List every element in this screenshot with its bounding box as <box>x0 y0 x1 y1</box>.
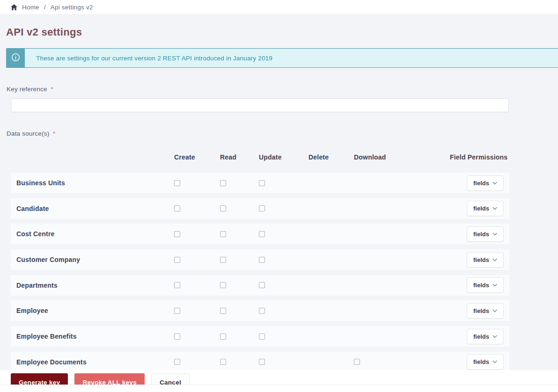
data-source-name: Employee Documents <box>11 358 174 366</box>
update-checkbox[interactable] <box>259 205 265 211</box>
chevron-down-icon <box>492 309 497 312</box>
fields-dropdown-button[interactable]: fields <box>467 252 504 268</box>
read-cell <box>220 282 259 288</box>
update-checkbox[interactable] <box>259 308 265 314</box>
info-banner-text: These are settings for our current versi… <box>25 49 272 67</box>
home-icon[interactable] <box>11 4 17 10</box>
header-download: Download <box>354 153 450 161</box>
permissions-table: Create Read Update Delete Download Field… <box>11 152 509 372</box>
header-update: Update <box>259 153 308 161</box>
create-checkbox[interactable] <box>174 359 180 365</box>
data-source-name: Business Units <box>11 179 174 187</box>
header-delete: Delete <box>308 153 354 161</box>
table-row: Business Units fields <box>11 173 509 193</box>
create-checkbox[interactable] <box>174 231 180 237</box>
key-reference-label: Key reference* <box>7 86 558 93</box>
fields-dropdown-button[interactable]: fields <box>467 354 504 370</box>
update-cell <box>259 334 308 340</box>
update-cell <box>259 231 308 237</box>
fields-dropdown-button[interactable]: fields <box>467 226 504 242</box>
create-cell <box>174 205 220 211</box>
table-row: Candidate fields <box>11 198 509 219</box>
data-source-name: Customer Company <box>11 256 174 263</box>
header-field-permissions: Field Permissions <box>450 153 509 161</box>
update-checkbox[interactable] <box>259 282 265 288</box>
create-checkbox[interactable] <box>174 282 180 288</box>
permissions-table-body: Business Units fields Candidate fi <box>11 173 509 372</box>
fields-dropdown-button[interactable]: fields <box>467 329 504 344</box>
create-cell <box>174 180 220 186</box>
breadcrumb: Home / Api settings v2 <box>0 0 558 14</box>
read-cell <box>220 359 259 365</box>
permissions-table-header: Create Read Update Delete Download Field… <box>11 152 509 162</box>
breadcrumb-current: Api settings v2 <box>51 4 93 11</box>
create-checkbox[interactable] <box>174 180 180 186</box>
read-cell <box>220 257 259 263</box>
fields-button-label: fields <box>473 180 489 187</box>
chevron-down-icon <box>492 258 497 261</box>
read-checkbox[interactable] <box>220 334 226 340</box>
info-banner: These are settings for our current versi… <box>6 48 558 68</box>
create-checkbox[interactable] <box>174 205 180 211</box>
table-row: Employee fields <box>11 300 509 321</box>
read-checkbox[interactable] <box>220 359 226 365</box>
create-checkbox[interactable] <box>174 308 180 314</box>
read-checkbox[interactable] <box>220 180 226 186</box>
header-create: Create <box>174 153 220 161</box>
read-cell <box>220 334 259 340</box>
breadcrumb-home-link[interactable]: Home <box>22 4 39 11</box>
read-checkbox[interactable] <box>220 257 226 263</box>
fields-button-label: fields <box>473 358 489 365</box>
fields-button-label: fields <box>473 256 489 263</box>
fields-dropdown-button[interactable]: fields <box>467 303 504 319</box>
table-row: Cost Centre fields <box>11 224 509 244</box>
read-checkbox[interactable] <box>220 308 226 314</box>
update-checkbox[interactable] <box>259 359 265 365</box>
fields-dropdown-button[interactable]: fields <box>467 277 504 293</box>
data-source-name: Departments <box>11 282 174 289</box>
read-checkbox[interactable] <box>220 231 226 237</box>
update-checkbox[interactable] <box>259 257 265 263</box>
required-marker: * <box>53 131 55 137</box>
update-cell <box>259 359 308 365</box>
create-cell <box>174 282 220 288</box>
chevron-down-icon <box>492 335 497 338</box>
key-reference-input[interactable] <box>11 98 509 112</box>
table-row: Employee Benefits fields <box>11 326 509 347</box>
required-marker: * <box>51 86 53 93</box>
data-source-name: Candidate <box>11 205 174 212</box>
breadcrumb-separator: / <box>44 4 46 11</box>
update-cell <box>259 257 308 263</box>
table-row: Customer Company fields <box>11 249 509 270</box>
info-icon-block <box>6 49 25 67</box>
fields-dropdown-button[interactable]: fields <box>467 201 504 216</box>
chevron-down-icon <box>492 283 497 287</box>
create-cell <box>174 334 220 340</box>
read-cell <box>220 308 259 314</box>
download-checkbox[interactable] <box>354 359 360 365</box>
fields-button-label: fields <box>473 282 489 289</box>
page-title: API v2 settings <box>6 26 558 38</box>
update-checkbox[interactable] <box>259 334 265 340</box>
chevron-down-icon <box>492 181 497 185</box>
chevron-down-icon <box>492 207 497 210</box>
chevron-down-icon <box>492 360 497 363</box>
read-checkbox[interactable] <box>220 205 226 211</box>
data-sources-label: Data source(s)* <box>7 130 558 137</box>
create-checkbox[interactable] <box>174 334 180 340</box>
create-cell <box>174 359 220 365</box>
create-checkbox[interactable] <box>174 257 180 263</box>
update-checkbox[interactable] <box>259 180 265 186</box>
info-circle-icon <box>11 53 20 64</box>
fields-button-label: fields <box>473 307 489 314</box>
viewport-bottom-strip <box>0 385 558 392</box>
fields-dropdown-button[interactable]: fields <box>467 175 504 191</box>
read-checkbox[interactable] <box>220 282 226 288</box>
data-source-name: Employee Benefits <box>11 333 174 340</box>
create-cell <box>174 257 220 263</box>
fields-button-label: fields <box>473 231 489 238</box>
update-checkbox[interactable] <box>259 231 265 237</box>
read-cell <box>220 205 259 211</box>
data-source-name: Cost Centre <box>11 230 174 238</box>
table-row: Departments fields <box>11 275 509 296</box>
